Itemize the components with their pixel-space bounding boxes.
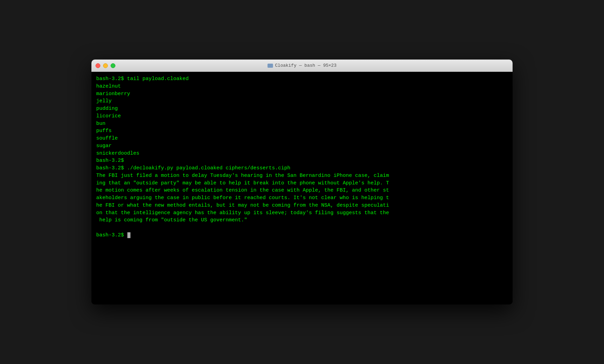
terminal-window: Cloakify — bash — 95×23 bash-3.2$ tail p… [91, 60, 513, 304]
command: tail payload.cloaked [127, 76, 189, 82]
command: ./decloakify.py payload.cloaked ciphers/… [127, 165, 290, 171]
terminal-prompt-line: bash-3.2$ [96, 232, 508, 239]
terminal-line: marionberry [96, 90, 508, 98]
terminal-line: sugar [96, 142, 508, 150]
terminal-icon [267, 64, 273, 68]
terminal-line: bash-3.2$ [96, 157, 508, 165]
terminal-body[interactable]: bash-3.2$ tail payload.cloaked hazelnut … [91, 72, 513, 304]
terminal-line: bash-3.2$ ./decloakify.py payload.cloake… [96, 165, 508, 172]
terminal-line: puffs [96, 127, 508, 135]
terminal-output: The FBI just filed a motion to delay Tue… [96, 172, 508, 224]
maximize-button[interactable] [111, 63, 115, 68]
prompt: bash-3.2$ [96, 165, 127, 171]
terminal-line: pudding [96, 105, 508, 113]
close-button[interactable] [96, 63, 100, 68]
terminal-line: bash-3.2$ tail payload.cloaked [96, 75, 508, 83]
terminal-line: licorice [96, 113, 508, 120]
terminal-line: bun [96, 120, 508, 128]
minimize-button[interactable] [103, 63, 108, 68]
terminal-line: snickerdoodles [96, 150, 508, 157]
prompt: bash-3.2$ [96, 158, 127, 164]
title-text: Cloakify — bash — 95×23 [275, 63, 336, 68]
terminal-line: souffle [96, 135, 508, 142]
prompt: bash-3.2$ [96, 232, 127, 238]
terminal-line: jelly [96, 98, 508, 105]
terminal-line: hazelnut [96, 83, 508, 90]
cursor [127, 232, 130, 238]
traffic-lights [96, 63, 115, 68]
title-bar: Cloakify — bash — 95×23 [91, 60, 513, 72]
window-title: Cloakify — bash — 95×23 [267, 63, 336, 68]
prompt: bash-3.2$ [96, 76, 127, 82]
empty-line [96, 224, 508, 232]
